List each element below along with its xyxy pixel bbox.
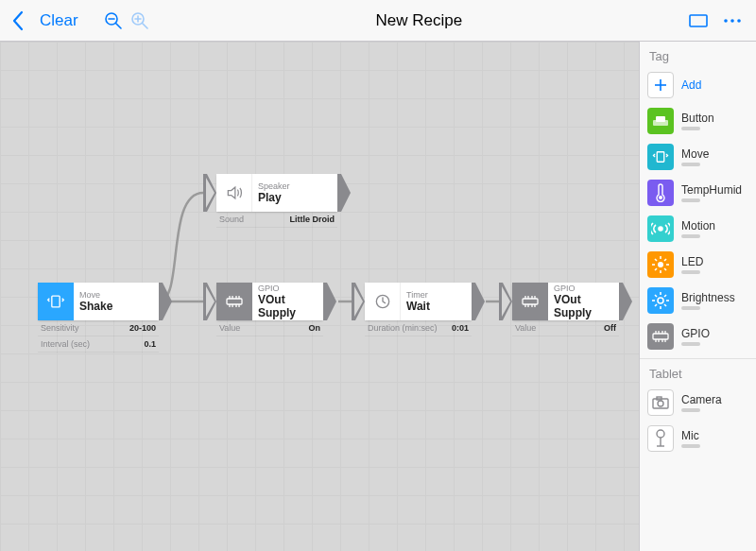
svg-rect-7 — [690, 15, 707, 26]
node-params: ValueOff — [512, 320, 619, 336]
svg-line-55 — [655, 295, 657, 297]
sidebar-item-brightness[interactable]: Brightness — [640, 283, 756, 319]
main: Move Shake Sensitivity20-100 Interval (s… — [0, 42, 756, 551]
port-in[interactable] — [203, 283, 216, 320]
more-icon[interactable] — [722, 10, 743, 31]
toolbar-left: Clear — [8, 8, 150, 34]
svg-point-39 — [659, 196, 662, 199]
svg-rect-14 — [52, 296, 60, 307]
svg-line-57 — [655, 304, 657, 306]
node-category: Timer — [406, 290, 466, 300]
sidebar-add[interactable]: Add — [640, 67, 756, 103]
back-icon[interactable] — [8, 10, 28, 31]
zoom-in-icon[interactable] — [129, 10, 150, 31]
clear-button[interactable]: Clear — [34, 8, 84, 34]
node-params: Sensitivity20-100 Interval (sec)0.1 — [38, 320, 159, 353]
svg-rect-15 — [227, 299, 242, 304]
svg-point-41 — [658, 262, 663, 267]
node-category: Speaker — [258, 181, 332, 191]
node-timer[interactable]: Timer Wait Duration (min:sec)0:01 — [365, 283, 472, 336]
move-icon — [38, 283, 74, 320]
zoom-out-icon[interactable] — [103, 10, 124, 31]
node-shake[interactable]: Move Shake Sensitivity20-100 Interval (s… — [38, 283, 159, 353]
node-params: Duration (min:sec)0:01 — [365, 320, 472, 336]
gpio-icon — [512, 283, 548, 320]
svg-line-49 — [664, 259, 666, 261]
svg-line-47 — [664, 268, 666, 270]
move-icon — [647, 144, 674, 170]
page-title: New Recipe — [150, 11, 688, 30]
node-title: Play — [258, 191, 332, 204]
sidebar-item-button[interactable]: Button — [640, 103, 756, 139]
sidebar-item-temphumid[interactable]: TempHumid — [640, 175, 756, 211]
sidebar-header-tablet: Tablet — [640, 358, 756, 385]
svg-line-48 — [655, 268, 657, 270]
svg-point-8 — [724, 19, 728, 23]
sidebar-item-led[interactable]: LED — [640, 247, 756, 283]
sidebar-item-camera[interactable]: Camera — [640, 385, 756, 421]
canvas[interactable]: Move Shake Sensitivity20-100 Interval (s… — [0, 42, 639, 551]
port-in[interactable] — [352, 283, 365, 320]
svg-line-1 — [115, 23, 121, 28]
thermometer-icon — [647, 180, 674, 206]
button-icon — [647, 108, 674, 134]
gpio-icon — [647, 323, 674, 350]
toolbar: Clear New Recipe — [0, 0, 756, 42]
camera-icon — [647, 389, 674, 416]
node-title: VOut Supply — [554, 293, 613, 319]
svg-rect-25 — [523, 299, 538, 304]
svg-point-50 — [658, 298, 663, 303]
node-title: Shake — [79, 300, 153, 313]
node-category: GPIO — [258, 284, 318, 293]
toolbar-right — [688, 10, 748, 31]
plus-icon — [647, 72, 674, 98]
svg-point-69 — [658, 401, 663, 406]
svg-point-71 — [657, 430, 664, 438]
gpio-icon — [216, 283, 252, 320]
port-in[interactable] — [203, 174, 216, 212]
node-gpio-2[interactable]: GPIO VOut Supply ValueOff — [512, 283, 619, 336]
brightness-icon — [647, 287, 674, 314]
port-out[interactable] — [472, 283, 485, 320]
motion-icon — [647, 215, 674, 242]
rectangle-icon[interactable] — [688, 10, 709, 31]
svg-rect-37 — [656, 116, 665, 122]
node-params: ValueOn — [216, 320, 323, 336]
sidebar-item-move[interactable]: Move — [640, 139, 756, 175]
speaker-icon — [216, 174, 252, 212]
sidebar: Tag Add Button Move TempHumid — [639, 42, 756, 551]
svg-point-40 — [659, 227, 662, 231]
node-gpio-1[interactable]: GPIO VOut Supply ValueOn — [216, 283, 323, 336]
port-out[interactable] — [159, 283, 172, 320]
sidebar-header-tag: Tag — [640, 42, 756, 67]
sidebar-item-gpio[interactable]: GPIO — [640, 319, 756, 354]
svg-point-10 — [737, 19, 741, 23]
port-out[interactable] — [619, 283, 632, 320]
clock-icon — [365, 283, 401, 320]
svg-line-4 — [142, 23, 147, 28]
node-speaker[interactable]: Speaker Play SoundLittle Droid — [216, 174, 337, 228]
port-out[interactable] — [323, 283, 336, 320]
svg-rect-38 — [657, 152, 664, 163]
svg-point-9 — [730, 19, 734, 23]
mic-icon — [647, 425, 674, 452]
port-out[interactable] — [337, 174, 351, 212]
svg-line-46 — [655, 259, 657, 261]
svg-line-56 — [664, 304, 666, 306]
node-params: SoundLittle Droid — [216, 212, 337, 228]
svg-rect-59 — [653, 334, 668, 339]
node-title: Wait — [406, 300, 466, 313]
svg-line-58 — [664, 295, 666, 297]
node-category: Move — [79, 290, 153, 300]
sidebar-item-motion[interactable]: Motion — [640, 211, 756, 247]
led-icon — [647, 251, 674, 278]
port-in[interactable] — [499, 283, 512, 320]
node-title: VOut Supply — [258, 293, 318, 319]
sidebar-item-mic[interactable]: Mic — [640, 421, 756, 456]
node-category: GPIO — [554, 284, 613, 293]
